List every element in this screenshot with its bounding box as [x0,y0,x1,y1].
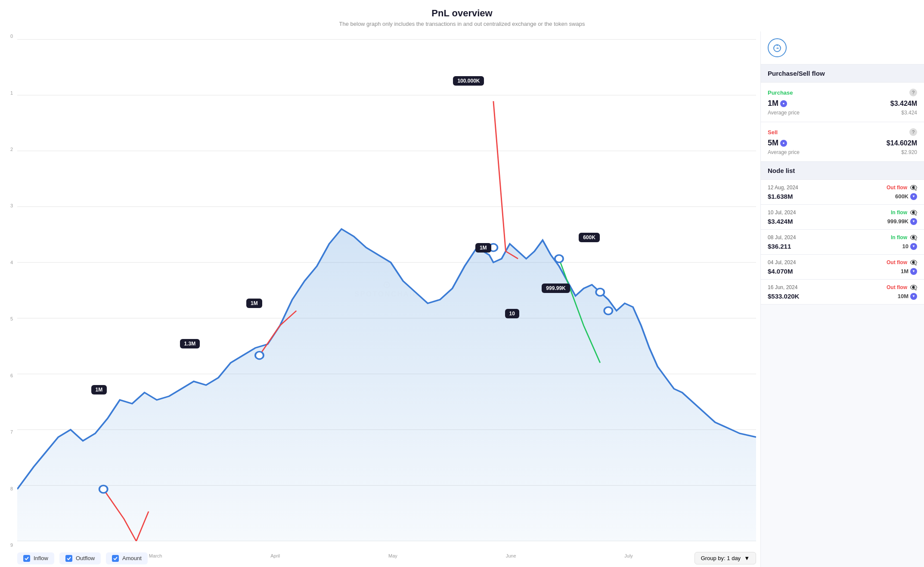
tooltip-13m: 1.3M [180,339,200,348]
chart-svg [17,36,756,541]
inflow-checkbox[interactable] [23,555,30,562]
sell-type-label: Sell [768,129,778,136]
legend-bar: Inflow Outflow Amount Group by: 1 day ▼ [17,549,756,567]
purchase-card: Purchase ? 1M ● $3.424M Average price $3… [761,83,924,122]
y-label-4: 4 [0,260,13,265]
sell-help-icon[interactable]: ? [909,128,917,136]
amount-checkbox[interactable] [112,555,119,562]
svg-point-11 [255,351,264,359]
sell-usd: $14.602M [887,139,917,147]
node-item-1: 10 Jul, 2024 In flow 👁‍🗨 $3.424M 999.99K… [761,205,924,230]
node-value-0: $1.638M [768,193,793,200]
eye-icon-4[interactable]: 👁‍🗨 [910,284,917,291]
timer-icon [768,38,787,57]
node-date-0: 12 Aug, 2024 [768,185,798,191]
tooltip-99999k: 999.99K [542,284,570,293]
purchase-amount: 1M ● [768,99,787,108]
tooltip-100k: 100.000K [453,76,484,86]
svg-point-10 [99,485,108,493]
legend-inflow[interactable]: Inflow [17,552,54,564]
y-label-8: 8 [0,486,13,491]
y-label-6: 6 [0,373,13,378]
purchase-help-icon[interactable]: ? [909,89,917,96]
node-tokens-1: 999.99K ▼ [887,218,917,225]
eye-icon-3[interactable]: 👁‍🗨 [910,259,917,266]
purchase-token-icon: ● [780,100,787,107]
sell-token-icon: ● [780,140,787,147]
node-tokens-0: 600K ▼ [895,193,917,200]
purchase-type-label: Purchase [768,89,793,96]
sell-card: Sell ? 5M ● $14.602M Average price $2.92… [761,122,924,162]
node-tokens-2: 10 ▼ [902,243,917,250]
y-label-0: 0 [0,34,13,39]
inflow-label: Inflow [34,555,48,561]
node-value-4: $533.020K [768,293,799,300]
legend-outflow[interactable]: Outflow [59,552,101,564]
sell-amount: 5M ● [768,139,787,148]
node-date-1: 10 Jul, 2024 [768,210,796,216]
node-item-2: 08 Jul, 2024 In flow 👁‍🗨 $36.211 10 ▼ [761,230,924,255]
node-flow-4: Out flow [887,284,907,290]
node-flow-3: Out flow [887,259,907,265]
purchase-avg-label: Average price [768,110,800,116]
node-token-icon-2: ▼ [910,243,917,250]
y-label-7: 7 [0,429,13,434]
node-item-3: 04 Jul, 2024 Out flow 👁‍🗨 $4.070M 1M ▼ [761,255,924,280]
y-label-5: 5 [0,316,13,321]
svg-point-15 [604,307,612,314]
y-axis: 9 8 7 6 5 4 3 2 1 0 [0,31,13,550]
tooltip-600k: 600K [579,233,600,242]
purchase-avg-price: $3.424 [901,110,917,116]
node-token-icon-0: ▼ [910,193,917,200]
eye-icon-2[interactable]: 👁‍🗨 [910,234,917,241]
tooltip-1m-3: 1M [475,243,491,253]
group-by-selector[interactable]: Group by: 1 day ▼ [695,552,756,564]
tooltip-1m-2: 1M [246,299,262,308]
main-content: 9 8 7 6 5 4 3 2 1 0 [0,31,924,567]
node-date-2: 08 Jul, 2024 [768,234,796,240]
node-value-1: $3.424M [768,218,793,225]
flow-section-title: Purchase/Sell flow [761,65,924,83]
y-label-9: 9 [0,542,13,548]
svg-point-14 [596,289,604,296]
purchase-usd: $3.424M [890,100,917,108]
node-token-icon-3: ▼ [910,268,917,275]
node-list: 12 Aug, 2024 Out flow 👁‍🗨 $1.638M 600K ▼… [761,180,924,305]
chart-area: 9 8 7 6 5 4 3 2 1 0 [0,31,760,567]
page-title: PnL overview [0,8,924,19]
node-tokens-3: 1M ▼ [901,268,917,275]
tooltip-1m-1: 1M [91,385,107,394]
sell-avg-price: $2.920 [901,149,917,155]
svg-point-19 [777,48,778,49]
y-label-3: 3 [0,203,13,208]
svg-point-13 [555,255,563,262]
eye-icon-1[interactable]: 👁‍🗨 [910,209,917,216]
node-date-4: 16 Jun, 2024 [768,284,797,290]
group-by-label: Group by: 1 day [701,555,741,561]
node-flow-0: Out flow [887,185,907,191]
outflow-label: Outflow [76,555,95,561]
node-token-icon-1: ▼ [910,218,917,225]
tooltip-10: 10 [505,309,519,318]
outflow-checkbox[interactable] [65,555,72,562]
page-header: PnL overview The below graph only includ… [0,0,924,31]
eye-icon-0[interactable]: 👁‍🗨 [910,184,917,191]
legend-amount[interactable]: Amount [106,552,148,564]
sidebar-header [761,31,924,65]
y-label-1: 1 [0,90,13,96]
y-label-2: 2 [0,147,13,152]
node-item-4: 16 Jun, 2024 Out flow 👁‍🗨 $533.020K 10M … [761,280,924,305]
node-value-3: $4.070M [768,268,793,275]
node-flow-2: In flow [891,234,907,240]
chevron-down-icon: ▼ [744,555,750,561]
node-list-title: Node list [761,162,924,180]
sell-avg-label: Average price [768,149,800,155]
node-date-3: 04 Jul, 2024 [768,259,796,265]
node-token-icon-4: ▼ [910,293,917,300]
node-tokens-4: 10M ▼ [898,293,917,300]
chart-svg-wrapper: ⊙ SPOTONCHAIN 1M 1.3M 1M 100.000K 1M 10 … [17,36,756,541]
page-subtitle: The below graph only includes the transa… [0,21,924,27]
node-value-2: $36.211 [768,243,791,250]
node-item-0: 12 Aug, 2024 Out flow 👁‍🗨 $1.638M 600K ▼ [761,180,924,205]
amount-label: Amount [122,555,142,561]
